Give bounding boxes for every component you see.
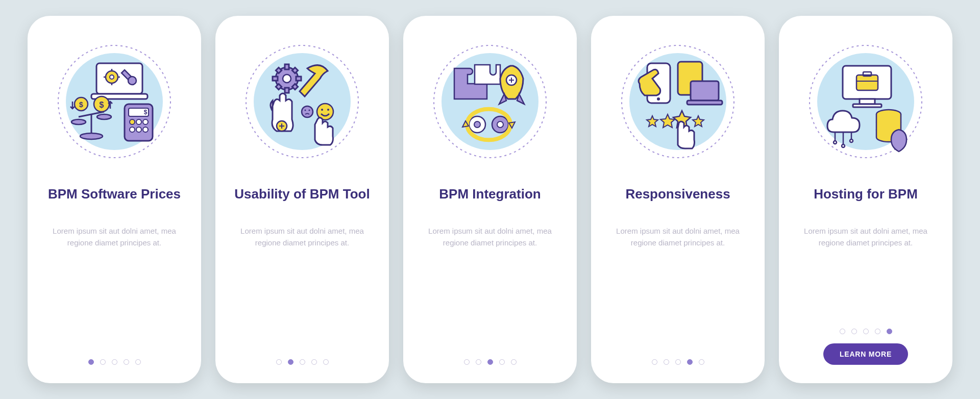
dot-2[interactable] <box>851 329 857 334</box>
onboarding-screen-1: $ $ $ BPM Software Prices Lorem ipsum si… <box>28 16 201 383</box>
screen-title: Responsiveness <box>625 177 730 211</box>
dot-5[interactable] <box>887 329 892 334</box>
svg-point-48 <box>321 109 323 111</box>
illustration-responsiveness <box>617 40 739 163</box>
learn-more-button[interactable]: LEARN MORE <box>823 343 908 365</box>
svg-rect-65 <box>687 101 722 105</box>
screen-title: BPM Software Prices <box>48 177 181 211</box>
screen-title: Hosting for BPM <box>814 177 918 211</box>
svg-point-56 <box>474 121 480 128</box>
dot-4[interactable] <box>875 329 880 334</box>
svg-point-44 <box>302 106 313 117</box>
screen-description: Lorem ipsum sit aut dolni amet, mea regi… <box>48 225 181 249</box>
illustration-integration <box>429 40 551 163</box>
integration-icon <box>429 40 551 163</box>
dot-3[interactable] <box>675 359 681 365</box>
svg-point-46 <box>309 110 310 111</box>
svg-rect-34 <box>285 88 289 93</box>
svg-point-23 <box>136 119 141 124</box>
dot-2[interactable] <box>288 359 293 365</box>
page-indicator <box>652 359 704 365</box>
page-indicator <box>464 359 517 365</box>
dot-3[interactable] <box>112 359 117 365</box>
illustration-usability <box>241 40 363 163</box>
dot-4[interactable] <box>124 359 129 365</box>
dot-5[interactable] <box>511 359 517 365</box>
dot-4[interactable] <box>499 359 505 365</box>
page-indicator <box>88 359 141 365</box>
svg-point-15 <box>80 133 103 139</box>
svg-rect-36 <box>296 77 301 81</box>
responsiveness-icon <box>617 40 739 163</box>
svg-point-13 <box>71 119 86 124</box>
dot-1[interactable] <box>652 359 657 365</box>
svg-point-24 <box>143 119 148 124</box>
svg-point-22 <box>130 119 135 124</box>
dot-1[interactable] <box>464 359 470 365</box>
dot-4[interactable] <box>311 359 317 365</box>
page-indicator <box>276 359 329 365</box>
svg-text:$: $ <box>144 109 148 116</box>
svg-point-26 <box>136 127 141 132</box>
onboarding-screen-5: Hosting for BPM Lorem ipsum sit aut doln… <box>779 16 952 383</box>
svg-rect-35 <box>273 77 278 81</box>
onboarding-screen-2: Usability of BPM Tool Lorem ipsum sit au… <box>215 16 389 383</box>
illustration-prices: $ $ $ <box>53 40 176 163</box>
svg-text:$: $ <box>100 101 104 109</box>
screen-description: Lorem ipsum sit aut dolni amet, mea regi… <box>424 225 556 249</box>
svg-rect-71 <box>856 75 878 90</box>
dot-1[interactable] <box>88 359 94 365</box>
hosting-icon <box>804 40 927 163</box>
svg-point-14 <box>97 114 111 119</box>
svg-point-79 <box>850 139 853 142</box>
screen-title: Usability of BPM Tool <box>234 177 370 211</box>
svg-point-25 <box>130 127 135 132</box>
usability-icon <box>241 40 363 163</box>
screen-description: Lorem ipsum sit aut dolni amet, mea regi… <box>611 225 744 249</box>
onboarding-screen-3: BPM Integration Lorem ipsum sit aut doln… <box>403 16 577 383</box>
svg-point-75 <box>834 141 837 144</box>
dot-2[interactable] <box>476 359 481 365</box>
svg-text:$: $ <box>79 101 83 109</box>
screen-title: BPM Integration <box>439 177 541 211</box>
dot-5[interactable] <box>699 359 704 365</box>
svg-point-10 <box>128 77 136 85</box>
dot-2[interactable] <box>100 359 106 365</box>
screen-description: Lorem ipsum sit aut dolni amet, mea regi… <box>799 225 932 249</box>
svg-point-45 <box>305 110 306 111</box>
svg-point-5 <box>110 75 114 79</box>
svg-point-30 <box>254 53 351 150</box>
svg-point-62 <box>657 97 660 101</box>
svg-rect-33 <box>285 64 289 69</box>
dot-1[interactable] <box>276 359 282 365</box>
page-indicator <box>840 329 892 334</box>
svg-point-77 <box>842 144 845 147</box>
dot-1[interactable] <box>840 329 845 334</box>
svg-point-27 <box>143 127 148 132</box>
dot-3[interactable] <box>300 359 305 365</box>
svg-point-49 <box>327 109 329 111</box>
dot-2[interactable] <box>664 359 669 365</box>
onboarding-container: $ $ $ BPM Software Prices Lorem ipsum si… <box>28 16 952 383</box>
screen-description: Lorem ipsum sit aut dolni amet, mea regi… <box>236 225 369 249</box>
dot-3[interactable] <box>487 359 493 365</box>
svg-rect-64 <box>691 81 719 101</box>
dot-4[interactable] <box>687 359 693 365</box>
svg-point-32 <box>283 74 291 83</box>
onboarding-screen-4: Responsiveness Lorem ipsum sit aut dolni… <box>591 16 765 383</box>
dot-5[interactable] <box>323 359 329 365</box>
dot-3[interactable] <box>863 329 869 334</box>
svg-rect-70 <box>853 104 881 107</box>
dot-5[interactable] <box>135 359 141 365</box>
svg-point-58 <box>497 121 503 128</box>
illustration-hosting <box>804 40 927 163</box>
prices-icon: $ $ $ <box>53 40 176 163</box>
